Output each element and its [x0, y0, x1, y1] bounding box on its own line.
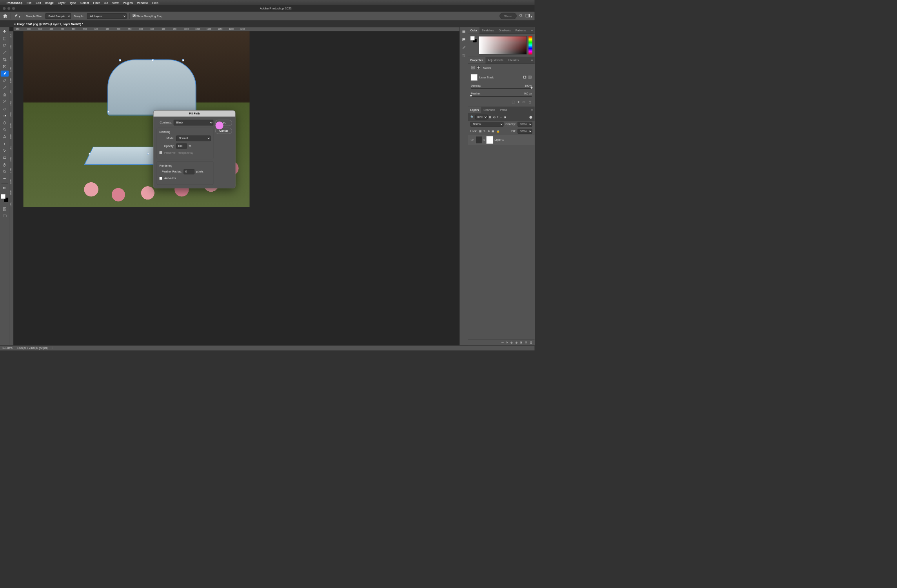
traffic-min[interactable] [7, 7, 10, 10]
antialias-checkbox[interactable] [159, 177, 162, 180]
menu-filter[interactable]: Filter [93, 1, 100, 4]
mask-thumbnail[interactable] [471, 74, 478, 81]
path-select-tool[interactable] [1, 148, 9, 154]
filter-toggle-icon[interactable]: ⬤ [529, 115, 532, 118]
menu-edit[interactable]: Edit [36, 1, 41, 4]
blend-mode-select[interactable]: Normal [470, 122, 504, 127]
color-field[interactable] [479, 36, 527, 54]
type-tool[interactable]: T [1, 141, 9, 147]
shape-tool[interactable] [1, 155, 9, 161]
layer-opacity-select[interactable]: 100% [518, 122, 532, 127]
delete-layer-icon[interactable]: 🗑 [530, 341, 532, 344]
delete-mask-icon[interactable] [528, 100, 532, 105]
tab-channels[interactable]: Channels [481, 107, 498, 113]
foreground-color[interactable] [1, 194, 5, 199]
layer-mask-thumbnail[interactable] [487, 136, 493, 143]
zoom-level[interactable]: 181,85% [2, 347, 13, 349]
feather-input[interactable] [183, 169, 194, 174]
zoom-tool[interactable] [1, 169, 9, 174]
panel-menu-icon[interactable]: ≡ [529, 29, 535, 32]
menu-help[interactable]: Help [152, 1, 158, 4]
disable-mask-icon[interactable] [522, 100, 526, 105]
tab-layers[interactable]: Layers [468, 107, 481, 113]
eraser-tool[interactable] [1, 105, 9, 111]
share-button[interactable]: Share [499, 13, 516, 19]
lock-paint-icon[interactable]: ✎ [483, 130, 486, 133]
home-icon[interactable] [2, 13, 8, 19]
history-panel-icon[interactable] [461, 29, 466, 34]
lock-artboard-icon[interactable]: ▣ [492, 130, 494, 133]
edit-toolbar-icon[interactable] [1, 186, 9, 192]
tab-swatches[interactable]: Swatches [479, 27, 496, 34]
lock-transparency-icon[interactable]: ▦ [479, 130, 482, 133]
invert-mask-icon[interactable]: ◆ [518, 100, 519, 105]
pen-tool[interactable] [1, 134, 9, 140]
quickmask-icon[interactable] [1, 206, 9, 212]
menu-view[interactable]: View [112, 1, 119, 4]
filter-shape-icon[interactable]: ▭ [500, 115, 503, 118]
more-tools[interactable]: ••• [1, 176, 9, 181]
filter-image-icon[interactable]: ▦ [489, 115, 492, 118]
tab-properties[interactable]: Properties [468, 57, 486, 64]
tab-gradients[interactable]: Gradients [496, 27, 513, 34]
color-swatch[interactable] [470, 36, 477, 43]
feather-value[interactable]: 0,0 px [524, 92, 532, 95]
frame-tool[interactable] [1, 64, 9, 69]
menu-window[interactable]: Window [137, 1, 148, 4]
add-mask-icon[interactable]: ◐ [510, 341, 513, 344]
filter-type-icon[interactable]: T [497, 115, 498, 118]
doc-dimensions[interactable]: 1606 px x 2410 px (72 ppi) [17, 347, 48, 349]
contents-select[interactable]: Black [174, 120, 213, 125]
mode-select[interactable]: Normal [176, 136, 211, 141]
stamp-tool[interactable] [1, 92, 9, 98]
layer-thumbnail[interactable] [476, 136, 482, 143]
visibility-icon[interactable] [470, 138, 474, 142]
tab-color[interactable]: Color [468, 27, 479, 34]
menu-image[interactable]: Image [45, 1, 54, 4]
lasso-tool[interactable] [1, 42, 9, 48]
hand-tool[interactable] [1, 162, 9, 167]
menu-3d[interactable]: 3D [104, 1, 108, 4]
color-swatch-tool[interactable] [1, 194, 9, 202]
panel-menu-icon[interactable]: ≡ [529, 108, 535, 111]
density-slider[interactable] [471, 88, 532, 89]
blur-tool[interactable] [1, 120, 9, 125]
screenmode-icon[interactable] [1, 213, 9, 219]
canvas-area[interactable]: 2503003504004505005506006507007508008509… [9, 27, 459, 345]
traffic-max[interactable] [12, 7, 15, 10]
menu-plugins[interactable]: Plugins [123, 1, 133, 4]
density-value[interactable]: 100% [525, 84, 532, 87]
tab-adjustments[interactable]: Adjustments [485, 57, 505, 64]
panel-menu-icon[interactable]: ≡ [529, 58, 535, 62]
feather-slider[interactable] [471, 96, 532, 97]
brush-tool[interactable] [1, 85, 9, 91]
layer-name[interactable]: Layer 1 [494, 138, 504, 142]
menu-file[interactable]: File [27, 1, 31, 4]
layer-filter-select[interactable]: Kind [475, 115, 488, 120]
gradient-tool[interactable] [1, 113, 9, 118]
new-adjustment-icon[interactable]: ◑ [515, 341, 518, 344]
hue-slider[interactable] [528, 36, 532, 54]
crop-tool[interactable] [1, 56, 9, 62]
layer-fill-select[interactable]: 100% [518, 129, 532, 134]
opacity-input[interactable] [176, 143, 187, 149]
adjust-panel-icon[interactable] [461, 53, 466, 58]
menu-app[interactable]: Photoshop [7, 1, 22, 4]
status-arrow-icon[interactable]: 〉 [52, 346, 55, 350]
layer-row[interactable]: ⧉ Layer 1 [468, 135, 535, 145]
sample-select[interactable]: All Layers [87, 13, 127, 19]
lock-all-icon[interactable]: 🔒 [496, 130, 500, 133]
close-tab-icon[interactable]: × [14, 22, 16, 25]
filter-adjust-icon[interactable]: ◐ [493, 115, 496, 118]
menu-type[interactable]: Type [70, 1, 76, 4]
show-sampling-ring[interactable]: Show Sampling Ring [133, 14, 162, 18]
add-pixel-mask-icon[interactable] [523, 75, 527, 80]
history-brush-tool[interactable] [1, 99, 9, 105]
heal-tool[interactable] [1, 78, 9, 83]
wand-tool[interactable] [1, 49, 9, 55]
pixel-mask-icon[interactable] [471, 65, 475, 71]
tab-patterns[interactable]: Patterns [513, 27, 528, 34]
link-icon[interactable]: ⧉ [483, 138, 485, 141]
tab-libraries[interactable]: Libraries [506, 57, 521, 64]
eyedropper-tool[interactable] [1, 71, 9, 76]
